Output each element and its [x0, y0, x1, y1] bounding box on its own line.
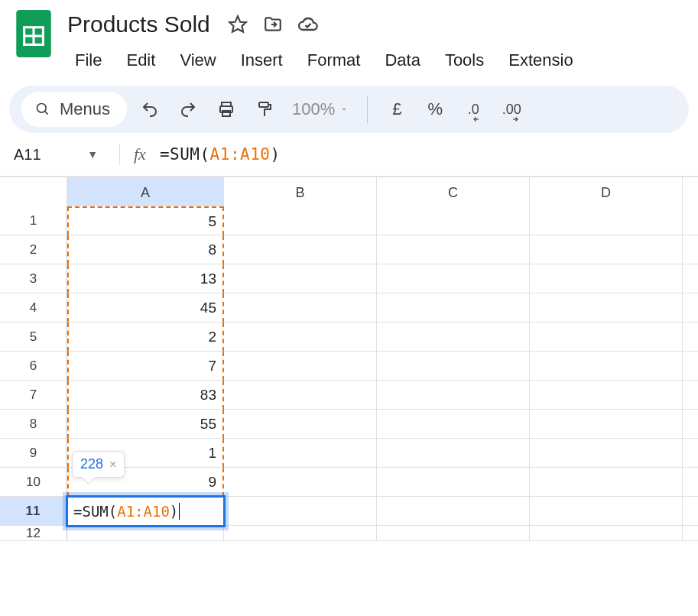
cell[interactable] — [377, 468, 530, 497]
cell-a1[interactable]: 5 — [67, 206, 224, 235]
col-header-b[interactable]: B — [224, 177, 377, 209]
cell[interactable] — [530, 293, 683, 323]
cell[interactable] — [683, 497, 698, 526]
cell[interactable] — [377, 439, 530, 468]
menu-format[interactable]: Format — [297, 46, 372, 75]
sheets-logo[interactable] — [12, 8, 55, 60]
cell[interactable] — [224, 410, 377, 439]
row-header[interactable]: 10 — [0, 468, 67, 497]
spreadsheet-grid[interactable]: A B C D 1 5 2 8 3 13 4 45 5 2 6 7 7 83 8… — [0, 177, 698, 555]
cell[interactable] — [683, 468, 698, 497]
cell[interactable] — [377, 323, 530, 352]
cell[interactable] — [224, 352, 377, 381]
name-box[interactable]: A11 ▼ — [14, 146, 106, 164]
cell[interactable] — [530, 352, 683, 381]
cell[interactable] — [224, 206, 377, 235]
cell[interactable] — [530, 410, 683, 439]
row-header[interactable]: 11 — [0, 497, 67, 526]
cell[interactable] — [683, 206, 698, 235]
cell[interactable] — [224, 235, 377, 264]
cell[interactable] — [377, 497, 530, 526]
row-header[interactable]: 12 — [0, 526, 67, 541]
cell-a7[interactable]: 83 — [67, 381, 224, 410]
cell[interactable] — [377, 410, 530, 439]
row-header[interactable]: 5 — [0, 323, 67, 352]
decrease-decimal-button[interactable]: .0 — [458, 94, 489, 125]
cell[interactable] — [377, 381, 530, 410]
zoom-select[interactable]: 100% — [287, 99, 353, 119]
col-header-a[interactable]: A — [67, 177, 224, 209]
cell[interactable] — [67, 526, 224, 541]
cell[interactable] — [530, 235, 683, 264]
cell[interactable] — [683, 323, 698, 352]
cell[interactable] — [224, 439, 377, 468]
cloud-status-icon[interactable] — [297, 14, 319, 35]
cell-a11-editing[interactable]: =SUM(A1:A10) — [67, 497, 224, 526]
cell[interactable] — [530, 264, 683, 293]
menu-extensions[interactable]: Extensio — [498, 46, 583, 75]
cell-a4[interactable]: 45 — [67, 293, 224, 323]
cell[interactable] — [683, 381, 698, 410]
cell[interactable] — [683, 293, 698, 323]
cell[interactable] — [224, 526, 377, 541]
cell[interactable] — [224, 468, 377, 497]
cell[interactable] — [224, 293, 377, 323]
col-header-extra[interactable] — [683, 177, 698, 209]
menu-edit[interactable]: Edit — [115, 46, 166, 75]
print-button[interactable] — [211, 94, 242, 125]
formula-bar[interactable]: =SUM(A1:A10) — [160, 145, 281, 164]
cell[interactable] — [224, 264, 377, 293]
cell-a6[interactable]: 7 — [67, 352, 224, 381]
cell[interactable] — [224, 323, 377, 352]
paint-format-button[interactable] — [249, 94, 280, 125]
row-header[interactable]: 7 — [0, 381, 67, 410]
row-header[interactable]: 6 — [0, 352, 67, 381]
row-header[interactable]: 3 — [0, 264, 67, 293]
cell-a3[interactable]: 13 — [67, 264, 224, 293]
cell[interactable] — [530, 497, 683, 526]
select-all-corner[interactable] — [0, 177, 67, 209]
menu-data[interactable]: Data — [374, 46, 430, 75]
cell[interactable] — [530, 381, 683, 410]
cell[interactable] — [683, 526, 698, 541]
cell[interactable] — [530, 526, 683, 541]
cell[interactable] — [683, 439, 698, 468]
document-title[interactable]: Products Sold — [64, 10, 213, 39]
cell[interactable] — [224, 497, 377, 526]
menu-tools[interactable]: Tools — [434, 46, 495, 75]
row-header[interactable]: 9 — [0, 439, 67, 468]
cell[interactable] — [224, 381, 377, 410]
col-header-c[interactable]: C — [377, 177, 530, 209]
percent-button[interactable]: % — [420, 94, 450, 125]
menu-insert[interactable]: Insert — [230, 46, 294, 75]
cell[interactable] — [530, 323, 683, 352]
redo-button[interactable] — [173, 94, 203, 125]
currency-button[interactable]: £ — [381, 94, 412, 125]
row-header[interactable]: 4 — [0, 293, 67, 323]
cell[interactable] — [377, 206, 530, 235]
cell[interactable] — [377, 264, 530, 293]
close-icon[interactable]: × — [109, 458, 116, 472]
cell[interactable] — [530, 206, 683, 235]
cell-a2[interactable]: 8 — [67, 235, 224, 264]
row-header[interactable]: 8 — [0, 410, 67, 439]
row-header[interactable]: 2 — [0, 235, 67, 264]
menus-search[interactable]: Menus — [21, 92, 127, 127]
menu-file[interactable]: File — [64, 46, 112, 75]
cell[interactable] — [530, 468, 683, 497]
cell-a5[interactable]: 2 — [67, 323, 224, 352]
undo-button[interactable] — [135, 94, 165, 125]
cell[interactable] — [377, 352, 530, 381]
move-folder-icon[interactable] — [262, 14, 284, 35]
cell[interactable] — [683, 410, 698, 439]
cell[interactable] — [377, 526, 530, 541]
cell[interactable] — [683, 264, 698, 293]
cell[interactable] — [530, 439, 683, 468]
cell[interactable] — [377, 235, 530, 264]
cell[interactable] — [377, 293, 530, 323]
row-header[interactable]: 1 — [0, 206, 67, 235]
menu-view[interactable]: View — [169, 46, 226, 75]
star-icon[interactable] — [227, 14, 248, 35]
increase-decimal-button[interactable]: .00 — [496, 94, 527, 125]
cell[interactable] — [683, 352, 698, 381]
